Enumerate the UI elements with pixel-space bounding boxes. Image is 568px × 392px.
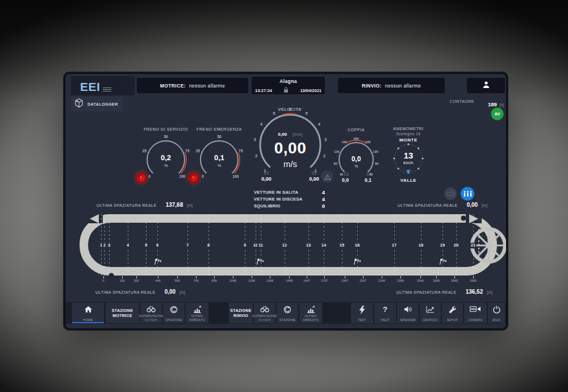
distance-label: 1647 — [303, 279, 310, 282]
distance-label: 899 — [211, 279, 216, 282]
setup-icon — [442, 306, 463, 314]
toolbar-label: TEST — [358, 318, 366, 322]
distance-label: 1048 — [229, 279, 236, 282]
distance-label: 749 — [193, 279, 198, 282]
speaker-icon — [397, 306, 419, 313]
photo-stage: EEI MOTRICE: nessun allarme Alagna 13:27… — [0, 0, 568, 392]
distance-label: 2546 — [417, 279, 424, 282]
distance-tick — [324, 276, 325, 278]
toolbar-stazione-motrice-button[interactable]: STAZIONEMOTRICE — [106, 303, 139, 323]
toolbar-label: SETUP — [447, 318, 458, 322]
ultimo-arresto-motrice-icon — [186, 306, 208, 313]
windsock-icon — [438, 257, 447, 268]
toolbar-esci-button[interactable]: ESCI — [488, 303, 505, 323]
svg-text:HD: HD — [471, 307, 476, 311]
support-number: 13 — [305, 243, 312, 248]
toolbar-label: STAZIONEMOTRICE — [112, 308, 133, 318]
distance-label: 599 — [174, 279, 179, 282]
distance-tick — [436, 276, 437, 278]
hmi-screen: EEI MOTRICE: nessun allarme Alagna 13:27… — [65, 74, 506, 328]
track-diagram: 1234567891011121314151617181920210150300… — [65, 74, 506, 328]
home-icon — [72, 306, 104, 313]
toolbar-test-button[interactable]: TEST — [351, 303, 373, 323]
support-number: 6 — [155, 243, 160, 248]
toolbar-stazione-rinvio-button[interactable]: STAZIONERINVIO — [229, 303, 253, 323]
support-number: 18 — [417, 243, 424, 248]
support-number: 20 — [453, 243, 460, 248]
toolbar-ultimo-arresto-rinvio-button[interactable]: ULTIMO ARRESTO — [299, 303, 322, 323]
toolbar-label: ULTIMO ARRESTO — [186, 314, 208, 322]
esci-icon — [488, 306, 505, 314]
cable-loop — [80, 214, 497, 276]
support-number: 12 — [281, 243, 288, 248]
distance-label: 449 — [155, 279, 160, 282]
support-number: 14 — [320, 243, 327, 248]
toolbar-supervisione-motrice-button[interactable]: SUPERVISIONESCHEMI — [140, 303, 162, 323]
toolbar-speaker-button[interactable]: SPEAKER — [397, 303, 419, 323]
support-number: 11 — [257, 243, 264, 248]
support-number: 7 — [185, 243, 190, 248]
toolbar-supervisione-rinvio-button[interactable]: SUPERVISIONESCHEMI — [254, 303, 275, 323]
toolbar-ultimo-arresto-motrice-button[interactable]: ULTIMO ARRESTO — [186, 303, 208, 323]
distance-label: 1797 — [321, 279, 328, 282]
toolbar-setup-button[interactable]: SETUP — [442, 303, 463, 323]
distance-tick — [177, 276, 178, 278]
distance-label: 1498 — [286, 279, 293, 282]
distance-tick — [196, 276, 197, 278]
distance-label: 1198 — [248, 279, 255, 282]
support-number: 16 — [354, 243, 361, 248]
toolbar-help-button[interactable]: ?HELP — [374, 303, 396, 323]
help-icon: ? — [374, 306, 396, 313]
distance-tick — [289, 276, 290, 278]
toolbar-label: SUPERVISIONESCHEMI — [139, 314, 164, 322]
distance-tick — [454, 276, 455, 278]
supervisione-rinvio-icon — [254, 306, 275, 312]
toolbar-label: ULTIMO ARRESTO — [299, 314, 322, 322]
distance-label: 1348 — [266, 279, 273, 282]
toolbar-home-button[interactable]: HOME — [72, 303, 104, 323]
support-number: 4 — [126, 243, 130, 248]
toolbar-grafico-button[interactable]: GRAFICO — [420, 303, 441, 323]
windsock-icon — [352, 257, 361, 268]
toolbar-label: STAZIONE — [279, 318, 296, 322]
windsock-icon — [153, 257, 162, 268]
support-number: 15 — [339, 243, 345, 248]
distance-tick — [103, 276, 104, 278]
station-platform-marker — [478, 229, 479, 261]
distance-label: 2696 — [433, 279, 440, 282]
camera-icon: HD — [464, 306, 487, 312]
distance-tick — [363, 276, 364, 278]
vehicle-dot — [109, 273, 114, 278]
distance-tick — [214, 276, 215, 278]
toolbar-label: ESCI — [492, 318, 500, 322]
toolbar-label: CAMERA — [469, 318, 483, 322]
distance-tick — [307, 276, 307, 278]
distance-tick — [158, 276, 158, 278]
distance-label: 2246 — [378, 279, 385, 282]
distance-tick — [345, 276, 345, 278]
active-tab-indicator — [72, 322, 104, 324]
toolbar-stazione-motrice-vista-button[interactable]: STAZIONE — [163, 303, 185, 323]
stazione-motrice-vista-icon — [163, 306, 185, 314]
distance-tick — [270, 276, 270, 278]
support-number: 5 — [144, 243, 148, 248]
toolbar-label: STAZIONERINVIO — [230, 308, 251, 318]
bottom-toolbar: HOMESTAZIONEMOTRICESUPERVISIONESCHEMISTA… — [65, 302, 506, 324]
distance-label: 2845 — [451, 279, 458, 282]
distance-tick — [122, 276, 123, 278]
toolbar-stazione-rinvio-vista-button[interactable]: STAZIONE — [277, 303, 298, 323]
stazione-rinvio-vista-icon — [277, 306, 298, 314]
distance-tick — [420, 276, 421, 278]
distance-label: 300 — [133, 279, 139, 282]
distance-label: 0 — [102, 279, 104, 282]
grafico-icon — [420, 306, 441, 313]
distance-label: 2097 — [360, 279, 366, 282]
support-number: 21 — [470, 243, 477, 248]
toolbar-camera-button[interactable]: HDCAMERA — [464, 303, 487, 323]
support-number: 8 — [206, 243, 211, 248]
supervisione-motrice-icon — [140, 306, 162, 312]
toolbar-label: SPEAKER — [400, 318, 415, 322]
distance-tick — [400, 276, 401, 278]
distance-label: 2396 — [397, 279, 404, 282]
toolbar-label: GRAFICO — [423, 318, 437, 322]
